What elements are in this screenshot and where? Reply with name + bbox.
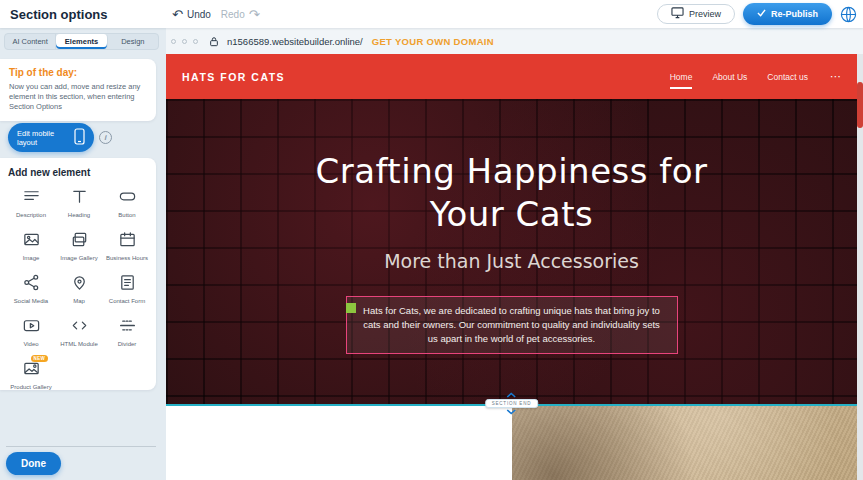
sidebar-divider <box>6 446 156 447</box>
element-image-gallery[interactable]: Image Gallery <box>56 230 102 266</box>
element-button[interactable]: Button <box>104 187 150 223</box>
image-gallery-icon <box>70 230 89 253</box>
nav-more-icon[interactable]: ⋯ <box>830 70 841 83</box>
element-divider[interactable]: Divider <box>104 316 150 352</box>
element-label: Map <box>73 298 85 309</box>
hero-heading[interactable]: Crafting Happiness for Your Cats <box>277 150 747 235</box>
button-icon <box>118 187 137 210</box>
done-button[interactable]: Done <box>6 452 61 475</box>
arrow-up-icon <box>507 392 517 398</box>
product-gallery-icon <box>22 359 41 382</box>
edit-mobile-layout-button[interactable]: Edit mobile layout <box>8 123 94 152</box>
preview-label: Preview <box>689 9 721 19</box>
next-section-photo[interactable] <box>512 405 857 480</box>
app-window: Section options ↶ Undo Redo ↷ Preview <box>0 0 863 480</box>
element-map[interactable]: Map <box>56 273 102 309</box>
undo-icon: ↶ <box>172 8 183 21</box>
new-badge: NEW <box>31 355 48 362</box>
tip-body: Now you can add, move and resize any ele… <box>9 82 147 112</box>
history-controls: ↶ Undo Redo ↷ <box>172 0 260 28</box>
republish-label: Re-Publish <box>771 9 818 19</box>
element-label: Social Media <box>14 298 48 309</box>
hero-subheading[interactable]: More than Just Accessories <box>384 250 639 272</box>
element-product-gallery[interactable]: NEW Product Gallery <box>8 359 54 395</box>
phone-icon <box>74 128 85 147</box>
nav-home[interactable]: Home <box>670 68 693 86</box>
text-lines-icon <box>22 187 41 210</box>
site-nav: Home About Us Contact us ⋯ <box>670 68 841 86</box>
hero-section[interactable]: Crafting Happiness for Your Cats More th… <box>166 99 857 405</box>
element-label: Heading <box>68 212 90 223</box>
element-label: Image Gallery <box>60 255 97 266</box>
divider-icon <box>118 316 137 339</box>
element-heading[interactable]: Heading <box>56 187 102 223</box>
tab-design[interactable]: Design <box>108 34 158 49</box>
hero-paragraph: Hats for Cats, we are dedicated to craft… <box>363 305 660 344</box>
window-dot <box>182 39 187 44</box>
next-section <box>166 405 857 480</box>
info-icon[interactable]: i <box>99 131 112 144</box>
element-business-hours[interactable]: Business Hours <box>104 230 150 266</box>
lock-icon <box>209 36 219 47</box>
browser-bar: n1566589.websitebuilder.online/ GET YOUR… <box>166 28 863 54</box>
undo-label: Undo <box>187 9 211 20</box>
element-label: Divider <box>118 341 137 352</box>
form-icon <box>118 273 137 296</box>
nav-about-us[interactable]: About Us <box>712 68 747 86</box>
share-icon <box>22 273 41 296</box>
republish-button[interactable]: Re-Publish <box>743 3 832 25</box>
site-preview: HATS FOR CATS Home About Us Contact us ⋯… <box>166 54 857 480</box>
element-grid: Description Heading Button Image Image G… <box>8 187 150 395</box>
scrollbar-thumb[interactable] <box>857 82 863 128</box>
calendar-icon <box>118 230 137 253</box>
panel-title: Add new element <box>8 167 150 178</box>
page-title: Section options <box>10 7 108 22</box>
element-html-module[interactable]: HTML Module <box>56 316 102 352</box>
hero-paragraph-box[interactable]: Hats for Cats, we are dedicated to craft… <box>346 296 678 353</box>
element-label: Description <box>16 212 46 223</box>
check-icon <box>757 9 766 19</box>
monitor-icon <box>671 7 684 21</box>
video-icon <box>22 316 41 339</box>
element-description[interactable]: Description <box>8 187 54 223</box>
element-label: Video <box>23 341 38 352</box>
preview-button[interactable]: Preview <box>657 4 735 24</box>
element-label: Product Gallery <box>10 384 51 395</box>
element-label: Image <box>23 255 40 266</box>
window-dot <box>171 39 176 44</box>
element-label: Button <box>118 212 135 223</box>
heading-icon <box>70 187 89 210</box>
section-end-handle[interactable]: SECTION END <box>485 392 539 415</box>
element-label: HTML Module <box>60 341 97 352</box>
topbar: Section options ↶ Undo Redo ↷ Preview <box>0 0 863 28</box>
tip-of-the-day-card: Tip of the day: Now you can add, move an… <box>0 59 156 121</box>
get-domain-link[interactable]: GET YOUR OWN DOMAIN <box>372 36 494 47</box>
section-end-label: SECTION END <box>485 399 539 408</box>
element-video[interactable]: Video <box>8 316 54 352</box>
image-icon <box>22 230 41 253</box>
site-logo[interactable]: HATS FOR CATS <box>182 71 285 83</box>
next-section-blank <box>166 405 512 480</box>
edit-mobile-label: Edit mobile layout <box>17 129 67 147</box>
scrollbar[interactable] <box>857 54 863 480</box>
arrow-down-icon <box>507 409 517 415</box>
globe-icon[interactable] <box>840 6 857 23</box>
element-image[interactable]: Image <box>8 230 54 266</box>
tab-ai-content[interactable]: AI Content <box>5 34 56 49</box>
element-label: Business Hours <box>106 255 148 266</box>
element-contact-form[interactable]: Contact Form <box>104 273 150 309</box>
undo-button[interactable]: ↶ Undo <box>172 8 211 21</box>
drag-handle[interactable] <box>346 303 356 313</box>
sidebar: AI Content Elements Design Tip of the da… <box>0 28 166 480</box>
topbar-actions: Preview Re-Publish <box>657 0 857 28</box>
tab-elements[interactable]: Elements <box>56 34 107 49</box>
element-label: Contact Form <box>109 298 145 309</box>
element-social-media[interactable]: Social Media <box>8 273 54 309</box>
window-dot <box>193 39 198 44</box>
canvas: n1566589.websitebuilder.online/ GET YOUR… <box>166 28 863 480</box>
code-icon <box>70 316 89 339</box>
nav-contact-us[interactable]: Contact us <box>767 68 808 86</box>
site-header: HATS FOR CATS Home About Us Contact us ⋯ <box>166 54 857 99</box>
redo-icon: ↷ <box>249 8 260 21</box>
redo-button[interactable]: Redo ↷ <box>221 8 260 21</box>
